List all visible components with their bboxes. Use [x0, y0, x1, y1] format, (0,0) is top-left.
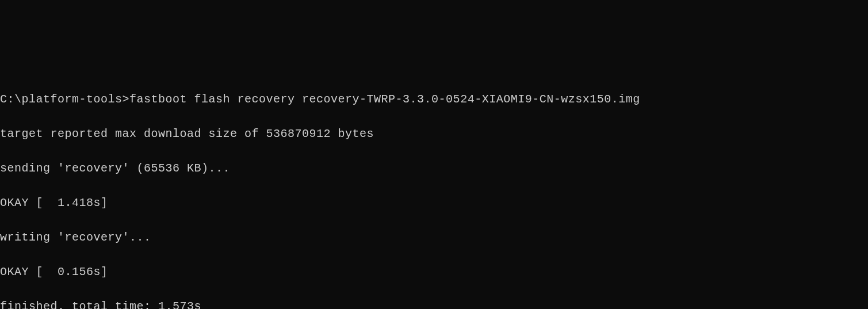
terminal-line: C:\platform-tools>fastboot flash recover…	[0, 91, 868, 108]
terminal-line: target reported max download size of 536…	[0, 125, 868, 143]
terminal-window[interactable]: C:\platform-tools>fastboot flash recover…	[0, 74, 868, 309]
terminal-line: finished. total time: 1.573s	[0, 298, 868, 309]
terminal-line: writing 'recovery'...	[0, 229, 868, 246]
terminal-line: OKAY [ 0.156s]	[0, 264, 868, 281]
terminal-line: sending 'recovery' (65536 KB)...	[0, 160, 868, 177]
terminal-line: OKAY [ 1.418s]	[0, 194, 868, 212]
